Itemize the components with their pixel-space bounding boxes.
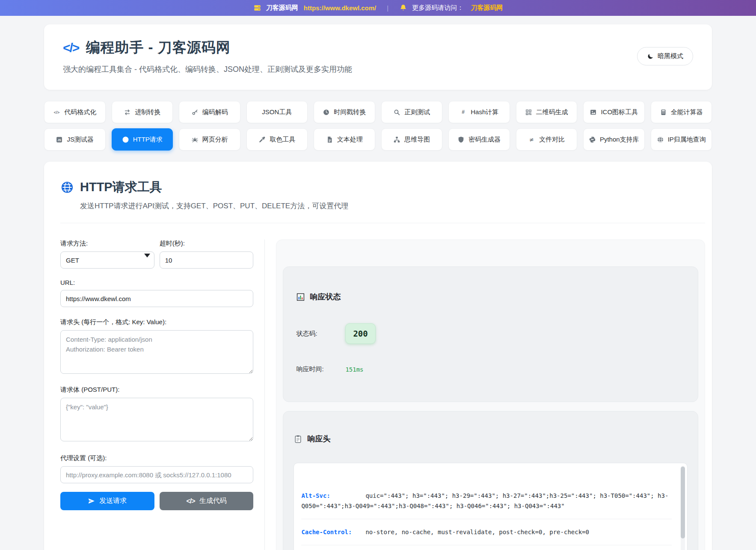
paper-plane-icon [88, 497, 95, 505]
response-time-value: 151ms [345, 366, 363, 373]
tool-subtitle: 发送HTTP请求进行API测试，支持GET、POST、PUT、DELETE方法，… [80, 201, 705, 211]
tab-color-picker[interactable]: 取色工具 [246, 128, 308, 151]
tab-label: HTTP请求 [133, 136, 163, 144]
url-label: URL: [60, 279, 253, 286]
tab-label: Hash计算 [471, 108, 498, 116]
tab-python-lib[interactable]: Python支持库 [583, 128, 645, 151]
generate-code-label: 生成代码 [199, 497, 227, 506]
tab-label: 全能计算器 [671, 108, 703, 116]
topbar-site-url-link[interactable]: https://www.dkewl.com/ [304, 4, 376, 12]
topbar-separator: | [387, 4, 388, 12]
response-header-row: Cache-Control:no-store, no-cache, must-r… [301, 519, 672, 545]
response-header-key: Cache-Control: [301, 527, 365, 537]
tab-qrcode[interactable]: 二维码生成 [516, 101, 578, 123]
tab-mindmap[interactable]: 思维导图 [381, 128, 443, 151]
hash-icon [460, 109, 467, 116]
tab-encode-decode[interactable]: 编码解码 [179, 101, 240, 123]
site-logo-icon [253, 4, 261, 12]
tab-web-analyze[interactable]: 网页分析 [179, 128, 240, 151]
response-headers-list: Alt-Svc:quic=":443"; h3=":443"; h3-29=":… [301, 483, 672, 545]
tab-calculator[interactable]: 全能计算器 [651, 101, 712, 123]
scrollbar-thumb[interactable] [681, 467, 685, 538]
send-request-label: 发送请求 [99, 497, 127, 506]
tab-json-tools[interactable]: JSON工具 [246, 101, 308, 123]
tab-label: 密码生成器 [468, 136, 501, 144]
tab-code-format[interactable]: 代码格式化 [44, 101, 106, 123]
tab-label: 思维导图 [404, 136, 430, 144]
request-headers-textarea[interactable] [60, 330, 253, 374]
tabs-row-2: JS测试器HTTP请求网页分析取色工具文本处理思维导图密码生成器文件对比Pyth… [44, 128, 712, 151]
clipboard-icon [294, 435, 302, 444]
page-title: 编程助手 - 刀客源码网 [86, 38, 230, 57]
tab-label: 编码解码 [202, 108, 228, 116]
tab-label: 代码格式化 [64, 108, 96, 116]
response-headers-title: 响应头 [307, 434, 330, 444]
response-status-title: 响应状态 [310, 292, 341, 302]
tab-label: 二维码生成 [536, 108, 568, 116]
url-input[interactable] [60, 290, 253, 307]
request-body-textarea[interactable] [60, 398, 253, 441]
globe-icon [122, 136, 129, 143]
response-header-row: Alt-Svc:quic=":443"; h3=":443"; h3-29=":… [301, 483, 672, 519]
tab-label: 文本处理 [337, 136, 363, 144]
code-icon [53, 109, 60, 116]
exchange-icon [124, 109, 131, 116]
tab-base-convert[interactable]: 进制转换 [112, 101, 173, 123]
code-icon: </> [63, 41, 79, 55]
method-label: 请求方法: [60, 240, 154, 248]
request-headers-label: 请求头 (每行一个，格式: Key: Value): [60, 318, 253, 326]
response-headers-card: 响应头 Alt-Svc:quic=":443"; h3=":443"; h3-2… [283, 411, 698, 550]
moon-icon [647, 53, 654, 60]
tabs-row-1: 代码格式化进制转换编码解码JSON工具时间戳转换正则测试Hash计算二维码生成I… [44, 101, 712, 123]
topbar-promo-link[interactable]: 刀客源码网 [471, 4, 503, 12]
http-tool-card: HTTP请求工具 发送HTTP请求进行API测试，支持GET、POST、PUT、… [44, 162, 712, 550]
page-subtitle: 强大的编程工具集合 - 代码格式化、编码转换、JSON处理、正则测试及更多实用功… [63, 64, 352, 74]
scrollbar-track [681, 466, 685, 550]
page-header-card: </> 编程助手 - 刀客源码网 强大的编程工具集合 - 代码格式化、编码转换、… [44, 24, 712, 90]
chevron-down-icon [144, 254, 150, 257]
response-time-label: 响应时间: [296, 365, 345, 373]
tab-label: 取色工具 [270, 136, 295, 144]
proxy-input[interactable] [60, 466, 253, 483]
tab-http-request[interactable]: HTTP请求 [112, 128, 173, 151]
tab-regex-test[interactable]: 正则测试 [381, 101, 443, 123]
eyedropper-icon [258, 136, 266, 143]
response-headers-box: Alt-Svc:quic=":443"; h3=":443"; h3-29=":… [294, 463, 688, 550]
tab-label: ICO图标工具 [601, 108, 638, 116]
request-form: 请求方法: GET 超时(秒): URL: [60, 240, 265, 550]
tab-label: Python支持库 [600, 136, 639, 144]
tab-label: IP归属地查询 [668, 136, 706, 144]
code-icon: </> [186, 497, 195, 505]
globe-icon [60, 180, 74, 194]
tab-ico-tool[interactable]: ICO图标工具 [583, 101, 645, 123]
tab-password-gen[interactable]: 密码生成器 [448, 128, 510, 151]
tab-label: JSON工具 [262, 108, 292, 116]
tab-label: JS测试器 [67, 136, 94, 144]
response-header-value: no-store, no-cache, must-revalidate, pos… [365, 529, 589, 535]
method-select[interactable]: GET [60, 251, 154, 269]
neq-icon [528, 136, 535, 143]
qrcode-icon [525, 109, 532, 116]
topbar-promo-text: 更多源码请访问： [412, 4, 463, 12]
tab-text-process[interactable]: 文本处理 [314, 128, 375, 151]
tab-label: 文件对比 [539, 136, 565, 144]
generate-code-button[interactable]: </> 生成代码 [160, 492, 254, 510]
dark-mode-label: 暗黑模式 [658, 52, 683, 60]
ipglobe-icon [657, 136, 664, 143]
send-request-button[interactable]: 发送请求 [60, 492, 154, 510]
search-icon [393, 109, 400, 116]
tab-hash-calc[interactable]: Hash计算 [448, 101, 510, 123]
tab-timestamp[interactable]: 时间戳转换 [314, 101, 375, 123]
dark-mode-button[interactable]: 暗黑模式 [637, 47, 693, 65]
js-icon [56, 136, 63, 143]
shield-icon [457, 136, 465, 143]
tab-ip-lookup[interactable]: IP归属地查询 [651, 128, 712, 151]
divider [60, 223, 705, 223]
tab-file-diff[interactable]: 文件对比 [516, 128, 578, 151]
sitemap-icon [393, 136, 400, 143]
tab-label: 网页分析 [202, 136, 228, 144]
python-icon [589, 136, 596, 143]
timeout-input[interactable] [160, 251, 254, 269]
tab-js-tester[interactable]: JS测试器 [44, 128, 106, 151]
timeout-label: 超时(秒): [160, 240, 254, 248]
